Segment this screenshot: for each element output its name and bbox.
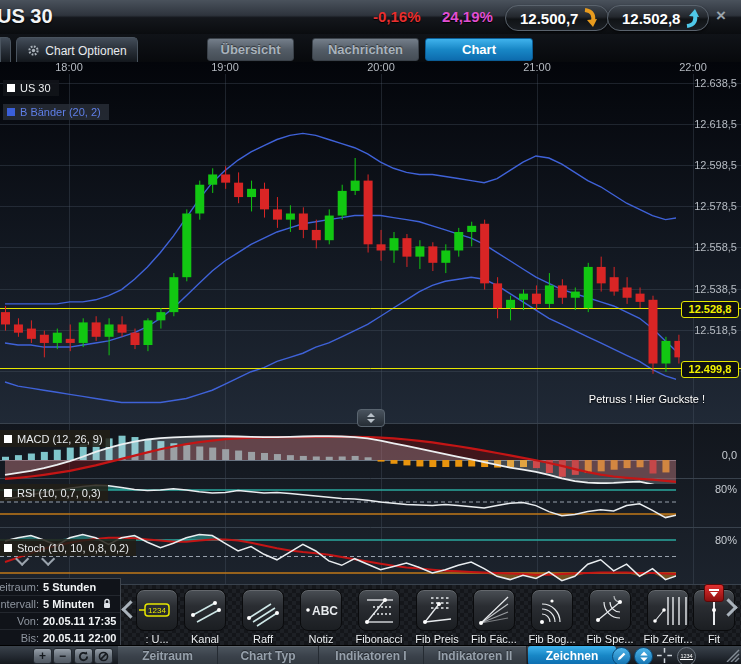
fib-time-icon: [647, 589, 689, 631]
info-row-bis: Bis:20.05.11 22:00: [0, 630, 120, 646]
price-tick: 12.638,5: [694, 77, 737, 89]
fib-spiral-icon: [589, 589, 631, 631]
sort-panes-button[interactable]: [634, 647, 653, 664]
legend-swatch: [7, 108, 15, 116]
tool-fibonacci[interactable]: Fibonacci: [349, 589, 409, 645]
change-percent: -0,16%: [373, 8, 421, 25]
refresh-button[interactable]: [74, 648, 93, 664]
ask-price: 12.502,8: [622, 10, 680, 27]
toolbar-collapse-icon[interactable]: [704, 584, 724, 602]
tool-kanal[interactable]: Kanal: [175, 589, 235, 645]
macd-label[interactable]: MACD (12, 26, 9): [0, 430, 110, 447]
instrument-title: US 30: [0, 5, 53, 28]
pencil-icon: [616, 651, 627, 662]
info-row-zeitraum: Zeitraum:5 Stunden: [0, 579, 120, 596]
legend-bollinger[interactable]: B Bänder (20, 2): [3, 104, 109, 120]
price-labels-button[interactable]: 1234: [677, 647, 696, 664]
zoom-out-button[interactable]: −: [53, 648, 72, 664]
time-tick-18-00: 18:00: [55, 61, 83, 73]
bottom-tab-zeichnen[interactable]: Zeichnen: [528, 646, 616, 664]
pane-resize-handle[interactable]: [357, 409, 385, 427]
main-chart-canvas[interactable]: [0, 62, 741, 585]
bottom-tab-indikatoren-i[interactable]: Indikatoren I: [319, 646, 424, 664]
fib-arc-icon: [531, 589, 573, 631]
note-icon: ABC: [300, 589, 342, 631]
fib-price-icon: [416, 589, 458, 631]
time-tick-20-00: 20:00: [367, 61, 395, 73]
fib-fan-icon: [473, 589, 515, 631]
info-label: Bis:: [0, 632, 43, 644]
tool-label: Notiz: [291, 633, 351, 645]
tool-fib-f-c[interactable]: Fib Fäc...: [464, 589, 524, 645]
tab-nachrichten[interactable]: Nachrichten: [312, 38, 419, 61]
rsi-label[interactable]: RSI (10, 0,7, 0,3): [0, 484, 108, 501]
crosshair-button[interactable]: [656, 647, 673, 664]
tool-fib-bog[interactable]: Fib Bog...: [522, 589, 582, 645]
close-icon[interactable]: ×: [716, 6, 726, 26]
bottom-bar: + − ZeitraumChart TypIndikatoren IIndika…: [0, 645, 741, 664]
legend-swatch: [4, 544, 12, 552]
trading-chart-window: US 30 -0,16% 24,19% 12.500,7 12.502,8 ×: [0, 0, 741, 664]
refresh-icon: [78, 651, 89, 662]
info-label: Zeitraum:: [0, 581, 43, 593]
legend-instrument-label: US 30: [20, 82, 51, 94]
price-tick: 12.618,5: [694, 118, 737, 130]
raff-icon: [242, 589, 284, 631]
rsi-threshold-label: 80%: [715, 483, 737, 495]
tab-chart-active[interactable]: Chart: [425, 38, 533, 61]
tab-uebersicht[interactable]: Übersicht: [207, 38, 294, 61]
price-tick: 12.578,5: [694, 200, 737, 212]
crosshair-icon: [657, 648, 672, 663]
tab-chart-options[interactable]: Chart Optionen: [16, 37, 138, 63]
price-tick: 12.598,5: [694, 159, 737, 171]
clear-button[interactable]: [94, 648, 113, 664]
legend-instrument[interactable]: US 30: [3, 80, 59, 96]
zoom-in-button[interactable]: +: [33, 648, 52, 664]
fibonacci-icon: [358, 589, 400, 631]
time-tick-21-00: 21:00: [523, 61, 551, 73]
partial-tab[interactable]: [0, 37, 11, 63]
down-arrow-icon: [582, 8, 598, 28]
stoch-threshold-label: 80%: [715, 534, 737, 546]
tool-fib-preis[interactable]: Fib Preis: [407, 589, 467, 645]
price-alert-tag-upper[interactable]: 12.528,8: [681, 301, 739, 318]
price-alert-tag-lower[interactable]: 12.499,8: [681, 361, 739, 378]
toolbar-scroll-right-icon[interactable]: [722, 601, 738, 617]
title-bar: US 30 -0,16% 24,19% 12.500,7 12.502,8 ×: [0, 0, 741, 35]
tool-label: Fib Preis: [407, 633, 467, 645]
legend-swatch: [4, 435, 12, 443]
buy-price-button[interactable]: 12.502,8: [607, 5, 709, 31]
tool-label: Fib Spe...: [580, 633, 640, 645]
info-label: Intervall:: [0, 598, 43, 610]
info-value: 5 Stunden: [43, 581, 96, 593]
tool-raff[interactable]: Raff: [233, 589, 293, 645]
tool-label: Kanal: [175, 633, 235, 645]
tool-label: Fib Fäc...: [464, 633, 524, 645]
time-tick-19-00: 19:00: [211, 61, 239, 73]
legend-swatch: [4, 489, 12, 497]
price-tick: 12.518,5: [694, 324, 737, 336]
price-label-icon: 1234: [136, 589, 178, 631]
info-value: 20.05.11 17:35: [43, 615, 116, 627]
sell-price-button[interactable]: 12.500,7: [505, 5, 609, 31]
bottom-tab-indikatoren-ii[interactable]: Indikatoren II: [424, 646, 527, 664]
collapse-pane-icon[interactable]: [40, 556, 52, 568]
tool-label: Fib Bog...: [522, 633, 582, 645]
draw-mode-button[interactable]: [612, 647, 631, 664]
tool-label: Fibonacci: [349, 633, 409, 645]
resize-grip-icon[interactable]: [725, 648, 740, 662]
svg-text:1234: 1234: [148, 606, 166, 615]
info-row-von: Von:20.05.11 17:35: [0, 613, 120, 630]
collapse-pane-icon[interactable]: [14, 556, 26, 568]
gear-icon: [27, 44, 40, 57]
tool-fib-spe[interactable]: Fib Spe...: [580, 589, 640, 645]
info-row-intervall: Intervall:5 Minuten: [0, 596, 120, 613]
legend-bollinger-label: B Bänder (20, 2): [20, 106, 101, 118]
bottom-tab-zeitraum[interactable]: Zeitraum: [118, 646, 218, 664]
tool-notiz[interactable]: ABCNotiz: [291, 589, 351, 645]
numbers-badge-icon: 1234: [680, 653, 692, 661]
svg-text:ABC: ABC: [312, 604, 338, 618]
up-arrow-icon: [684, 8, 700, 28]
bottom-tab-chart-typ[interactable]: Chart Typ: [218, 646, 319, 664]
tool-label: Raff: [233, 633, 293, 645]
